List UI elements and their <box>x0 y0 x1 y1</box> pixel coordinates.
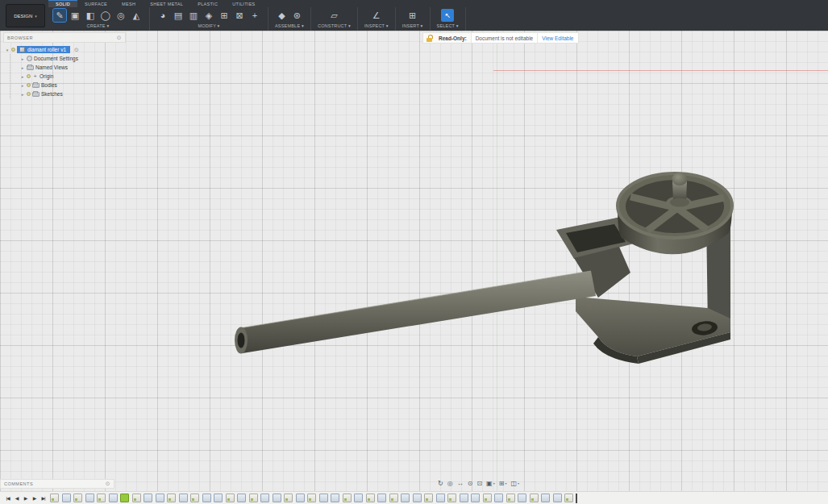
model-3d-diamant-roller[interactable] <box>0 31 828 492</box>
timeline-feature-27[interactable] <box>354 494 363 502</box>
timeline-feature-23[interactable] <box>307 494 316 502</box>
design-menu-button[interactable]: DESIGN ▾ <box>6 4 45 27</box>
step-forward-button[interactable]: ▶ <box>31 495 38 501</box>
timeline-feature-19[interactable] <box>260 494 269 502</box>
tab-solid[interactable]: SOLID <box>48 0 77 7</box>
combine-icon[interactable]: ◈ <box>202 9 215 22</box>
sphere-icon[interactable]: ◯ <box>99 9 112 22</box>
timeline-feature-20[interactable] <box>273 494 281 502</box>
tab-surface[interactable]: SURFACE <box>77 0 114 7</box>
step-back-button[interactable]: ◀ <box>13 495 20 501</box>
look-at-button[interactable]: ◎ <box>447 478 453 489</box>
joint-icon[interactable]: ⊛ <box>290 9 303 22</box>
timeline-feature-4[interactable] <box>85 494 94 502</box>
timeline-feature-10[interactable] <box>156 494 164 502</box>
timeline-feature-36[interactable] <box>460 494 468 502</box>
timeline-feature-39[interactable] <box>494 494 503 502</box>
delete-icon[interactable]: ⊠ <box>233 9 246 22</box>
tab-utilities[interactable]: UTILITIES <box>225 0 262 7</box>
timeline-feature-31[interactable] <box>401 494 410 502</box>
timeline-feature-6[interactable] <box>109 494 118 502</box>
root-component-chip[interactable]: diamant roller v1 <box>17 46 70 53</box>
visibility-bulb-icon[interactable] <box>11 48 15 52</box>
timeline-feature-21[interactable] <box>284 494 293 502</box>
expand-caret-icon[interactable]: ▸ <box>20 56 25 61</box>
timeline-feature-9[interactable] <box>144 494 152 502</box>
zoom-button[interactable]: ⊙ <box>468 478 473 489</box>
toolbar-group-label-construct[interactable]: CONSTRUCT ▾ <box>318 23 351 28</box>
comments-settings-icon[interactable]: ⊙ <box>106 481 110 487</box>
fit-button[interactable]: ⊡ <box>476 478 482 489</box>
tab-sheet-metal[interactable]: SHEET METAL <box>143 0 190 7</box>
timeline-feature-41[interactable] <box>518 494 526 502</box>
timeline-feature-45[interactable] <box>564 494 573 502</box>
tab-mesh[interactable]: MESH <box>114 0 143 7</box>
timeline-feature-37[interactable] <box>471 494 480 502</box>
comments-panel[interactable]: COMMENTS ⊙ <box>0 479 114 489</box>
insert-icon[interactable]: ⊞ <box>406 9 419 22</box>
browser-settings-icon[interactable]: ⊙ <box>117 35 122 41</box>
toolbar-group-label-insert[interactable]: INSERT ▾ <box>402 23 423 28</box>
toolbar-group-label-inspect[interactable]: INSPECT ▾ <box>364 23 389 28</box>
view-editable-link[interactable]: View Editable <box>537 33 577 43</box>
timeline-feature-30[interactable] <box>389 494 398 502</box>
cylinder-icon[interactable]: ◧ <box>84 9 97 22</box>
visibility-bulb-icon[interactable] <box>27 92 31 96</box>
display-settings-button[interactable]: ▣▾ <box>486 478 495 489</box>
toolbar-group-label-modify[interactable]: MODIFY ▾ <box>198 23 219 28</box>
browser-item-sketches[interactable]: ▸Sketches <box>10 90 126 98</box>
tab-plastic[interactable]: PLASTIC <box>190 0 225 7</box>
timeline-feature-34[interactable] <box>436 494 445 502</box>
timeline-feature-42[interactable] <box>530 494 539 502</box>
pan-button[interactable]: ↔ <box>457 478 464 489</box>
move-copy-icon[interactable]: + <box>248 9 261 22</box>
component-activate-icon[interactable]: ⊙ <box>74 47 79 53</box>
browser-item-document-settings[interactable]: ▸Document Settings <box>10 54 126 63</box>
fillet-icon[interactable]: ▤ <box>172 9 185 22</box>
timeline-feature-43[interactable] <box>541 494 550 502</box>
new-component-icon[interactable]: ◆ <box>275 9 288 22</box>
timeline-feature-18[interactable] <box>249 494 258 502</box>
box-icon[interactable]: ▣ <box>69 9 81 22</box>
timeline-feature-12[interactable] <box>179 494 188 502</box>
browser-item-bodies[interactable]: ▸Bodies <box>10 81 126 90</box>
toolbar-group-label-assemble[interactable]: ASSEMBLE ▾ <box>275 23 304 28</box>
timeline-feature-7[interactable] <box>120 494 129 502</box>
viewport-canvas[interactable] <box>0 31 828 492</box>
shell-icon[interactable]: ▥ <box>187 9 200 22</box>
browser-item-root-component[interactable]: ▾ diamant roller v1 ⊙ <box>5 45 126 54</box>
timeline-feature-3[interactable] <box>73 494 82 502</box>
timeline-feature-32[interactable] <box>413 494 422 502</box>
timeline-feature-40[interactable] <box>506 494 515 502</box>
create-sketch-icon[interactable]: ✎ <box>53 9 66 22</box>
timeline-feature-17[interactable] <box>237 494 246 502</box>
dropdown-caret-icon[interactable]: ▾ <box>493 478 495 489</box>
timeline-feature-29[interactable] <box>377 494 386 502</box>
dropdown-caret-icon[interactable]: ▾ <box>518 478 519 489</box>
timeline-feature-44[interactable] <box>553 494 562 502</box>
expand-caret-icon[interactable]: ▸ <box>20 92 25 97</box>
go-to-end-button[interactable]: ▶| <box>40 495 47 501</box>
orbit-button[interactable]: ↻ <box>438 478 443 489</box>
timeline-feature-33[interactable] <box>424 494 433 502</box>
expand-caret-icon[interactable]: ▸ <box>20 83 25 88</box>
timeline-feature-5[interactable] <box>97 494 106 502</box>
construction-plane-icon[interactable]: ▱ <box>327 9 340 22</box>
go-to-start-button[interactable]: |◀ <box>4 495 11 501</box>
press-pull-icon[interactable]: ◕ <box>156 9 169 22</box>
expand-caret-icon[interactable]: ▾ <box>5 48 10 52</box>
toolbar-group-label-select[interactable]: SELECT ▾ <box>437 23 459 28</box>
browser-item-named-views[interactable]: ▸Named Views <box>10 63 126 72</box>
visibility-bulb-icon[interactable] <box>27 83 31 87</box>
browser-header[interactable]: BROWSER ⊙ <box>3 32 126 43</box>
timeline-feature-22[interactable] <box>296 494 305 502</box>
torus-icon[interactable]: ◎ <box>114 9 127 22</box>
timeline-feature-16[interactable] <box>226 494 235 502</box>
timeline-feature-14[interactable] <box>202 494 211 502</box>
select-icon[interactable]: ↖ <box>441 9 454 22</box>
timeline-feature-38[interactable] <box>483 494 492 502</box>
timeline-feature-13[interactable] <box>190 494 199 502</box>
viewports-button[interactable]: ◫▾ <box>510 478 519 489</box>
measure-icon[interactable]: ∠ <box>370 9 383 22</box>
coil-icon[interactable]: ◭ <box>130 9 143 22</box>
